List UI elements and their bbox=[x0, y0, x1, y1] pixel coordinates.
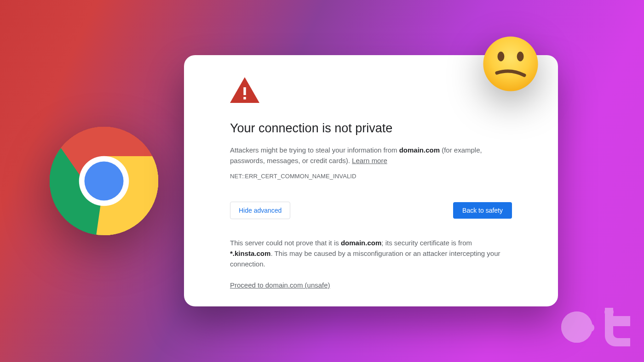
chrome-logo-icon bbox=[50, 127, 158, 235]
adv-prefix: This server could not prove that it is bbox=[230, 239, 341, 247]
gt-watermark-icon bbox=[561, 308, 630, 348]
page-title: Your connection is not private bbox=[230, 121, 512, 136]
adv-suffix: . This may be caused by a misconfigurati… bbox=[230, 249, 500, 268]
error-code: NET::ERR_CERT_COMMON_NAME_INVALID bbox=[230, 173, 512, 180]
svg-point-6 bbox=[85, 162, 124, 201]
back-to-safety-button[interactable]: Back to safety bbox=[453, 202, 512, 219]
learn-more-link[interactable]: Learn more bbox=[352, 157, 387, 164]
proceed-unsafe-link[interactable]: Proceed to domain.com (unsafe) bbox=[230, 281, 330, 289]
ssl-error-card: Your connection is not private Attackers… bbox=[184, 55, 558, 306]
adv-mid: ; its security certificate is from bbox=[381, 239, 472, 247]
hide-advanced-button[interactable]: Hide advanced bbox=[230, 202, 290, 219]
svg-rect-8 bbox=[243, 97, 246, 99]
svg-point-10 bbox=[497, 51, 504, 61]
svg-point-11 bbox=[517, 51, 524, 61]
adv-domain: domain.com bbox=[341, 239, 381, 247]
svg-point-9 bbox=[483, 36, 538, 91]
warning-triangle-icon bbox=[230, 77, 512, 105]
advanced-explanation: This server could not prove that it is d… bbox=[230, 238, 512, 270]
svg-rect-7 bbox=[243, 87, 246, 95]
button-row: Hide advanced Back to safety bbox=[230, 202, 512, 219]
body-domain: domain.com bbox=[399, 146, 440, 154]
body-prefix: Attackers might be trying to steal your … bbox=[230, 146, 399, 154]
adv-cert: *.kinsta.com bbox=[230, 249, 270, 257]
warning-body-text: Attackers might be trying to steal your … bbox=[230, 145, 512, 166]
svg-rect-14 bbox=[584, 324, 594, 332]
confused-face-icon bbox=[482, 35, 539, 92]
